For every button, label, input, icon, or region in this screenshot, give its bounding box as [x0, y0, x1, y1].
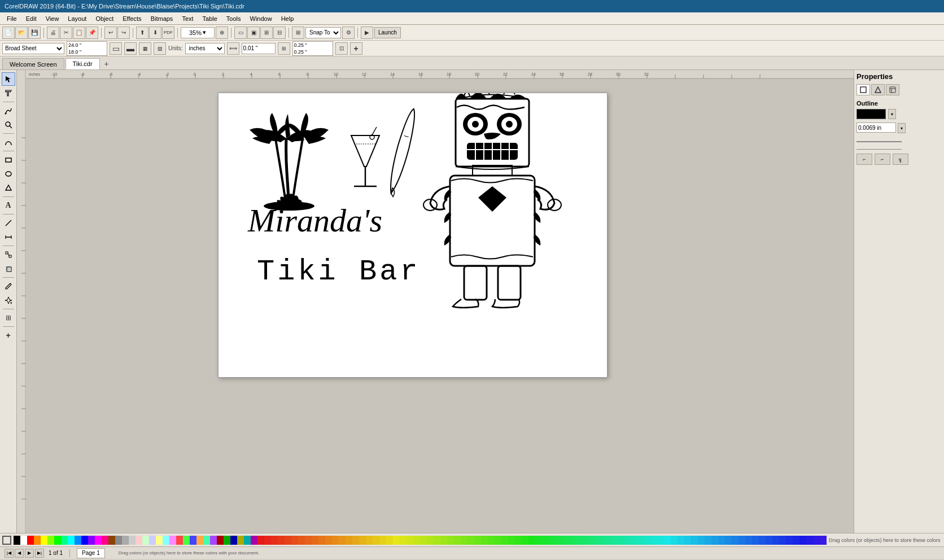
units-dropdown[interactable]: inches [185, 43, 225, 54]
menu-bitmaps[interactable]: Bitmaps [146, 14, 178, 23]
cut-button[interactable]: ✂ [60, 27, 72, 39]
color-cell[interactable] [549, 536, 556, 545]
color-cell[interactable] [698, 536, 705, 545]
color-cell[interactable] [407, 536, 413, 545]
color-cell[interactable] [366, 536, 373, 545]
zoom-dropdown-icon[interactable]: ▾ [203, 29, 206, 36]
outline-width-dropdown[interactable]: ▾ [898, 123, 906, 133]
portrait-button[interactable]: ▭ [110, 42, 122, 55]
color-cell[interactable] [278, 536, 285, 545]
color-cell[interactable] [434, 536, 440, 545]
page-layout2-button[interactable]: ▧ [154, 42, 166, 55]
color-cell[interactable] [95, 536, 102, 545]
tab-tiki[interactable]: Tiki.cdr [65, 58, 100, 69]
color-cell[interactable] [312, 536, 318, 545]
corner-btn-1[interactable]: ⌐ [856, 154, 872, 165]
color-cell[interactable] [820, 536, 827, 545]
color-cell[interactable] [156, 536, 163, 545]
panel-tab-3[interactable] [886, 84, 899, 95]
freehand-tool[interactable] [2, 104, 15, 117]
snap-icon[interactable]: ⊞ [292, 27, 304, 39]
color-cell[interactable] [752, 536, 759, 545]
color-cell[interactable] [183, 536, 190, 545]
color-cell[interactable] [359, 536, 366, 545]
color-cell[interactable] [20, 536, 27, 545]
color-cell[interactable] [115, 536, 122, 545]
page-last-button[interactable]: ▶| [35, 549, 44, 558]
copy-button[interactable]: 📋 [73, 27, 85, 39]
color-cell[interactable] [623, 536, 630, 545]
color-cell[interactable] [542, 536, 549, 545]
width-input[interactable] [67, 42, 107, 49]
page-size-dropdown[interactable]: Broad Sheet [2, 43, 64, 54]
color-cell[interactable] [271, 536, 278, 545]
color-cell[interactable] [129, 536, 136, 545]
menu-help[interactable]: Help [277, 14, 299, 23]
color-cell[interactable] [671, 536, 678, 545]
tab-add-button[interactable]: + [101, 58, 112, 69]
smart-fill-tool[interactable]: ⊞ [2, 311, 15, 325]
color-cell[interactable] [583, 536, 589, 545]
color-cell[interactable] [786, 536, 793, 545]
color-cell[interactable] [237, 536, 244, 545]
color-cell[interactable] [230, 536, 237, 545]
color-cell[interactable] [637, 536, 644, 545]
color-cell[interactable] [718, 536, 725, 545]
color-cell[interactable] [27, 536, 34, 545]
import-button[interactable]: ⬆ [136, 27, 148, 39]
menu-window[interactable]: Window [246, 14, 277, 23]
color-cell[interactable] [576, 536, 583, 545]
color-cell[interactable] [447, 536, 454, 545]
color-cell[interactable] [684, 536, 691, 545]
landscape-button[interactable]: ▬ [124, 42, 137, 55]
launch-icon[interactable]: ▶ [361, 27, 373, 39]
zoom-tool[interactable] [2, 118, 15, 132]
color-cell[interactable] [515, 536, 522, 545]
color-cell[interactable] [745, 536, 752, 545]
settings-button[interactable]: ⚙ [342, 27, 355, 39]
text-tool[interactable]: A [2, 199, 15, 212]
color-cell[interactable] [664, 536, 671, 545]
curve-tool[interactable] [2, 135, 15, 149]
redo-button[interactable]: ↪ [117, 27, 130, 39]
color-cell[interactable] [454, 536, 461, 545]
freehand-transform-tool[interactable] [2, 86, 15, 100]
color-cell[interactable] [210, 536, 217, 545]
color-cell[interactable] [630, 536, 637, 545]
color-cell[interactable] [41, 536, 47, 545]
select-tool[interactable] [2, 72, 15, 86]
color-cell[interactable] [373, 536, 379, 545]
color-cell[interactable] [251, 536, 257, 545]
print-button[interactable]: 🖨 [47, 27, 59, 39]
color-cell[interactable] [806, 536, 813, 545]
color-cell[interactable] [386, 536, 393, 545]
color-cell[interactable] [644, 536, 650, 545]
color-dropdown-btn[interactable]: ▾ [888, 109, 896, 119]
color-cell[interactable] [650, 536, 657, 545]
canvas-area[interactable]: inches [26, 70, 854, 533]
color-cell[interactable] [610, 536, 617, 545]
no-fill-box[interactable] [2, 536, 11, 545]
color-cell[interactable] [318, 536, 325, 545]
color-cell[interactable] [678, 536, 684, 545]
color-cell[interactable] [176, 536, 183, 545]
view-enhanced-button[interactable]: ▣ [247, 27, 260, 39]
color-cell[interactable] [325, 536, 332, 545]
corner-btn-2[interactable]: ⌐ [875, 154, 890, 165]
menu-view[interactable]: View [41, 14, 64, 23]
color-cell[interactable] [705, 536, 711, 545]
view-options-button[interactable]: ⊟ [273, 27, 286, 39]
menu-text[interactable]: Text [177, 14, 198, 23]
menu-object[interactable]: Object [91, 14, 118, 23]
menu-layout[interactable]: Layout [63, 14, 91, 23]
nudge-input[interactable] [242, 43, 276, 54]
outline-color-swatch[interactable] [856, 109, 886, 119]
color-cell[interactable] [400, 536, 407, 545]
line-tool[interactable] [2, 216, 15, 230]
color-cell[interactable] [813, 536, 820, 545]
color-cell[interactable] [481, 536, 488, 545]
color-cell[interactable] [14, 536, 20, 545]
color-cell[interactable] [224, 536, 230, 545]
color-cell[interactable] [203, 536, 210, 545]
view-simple-button[interactable]: ▭ [234, 27, 247, 39]
